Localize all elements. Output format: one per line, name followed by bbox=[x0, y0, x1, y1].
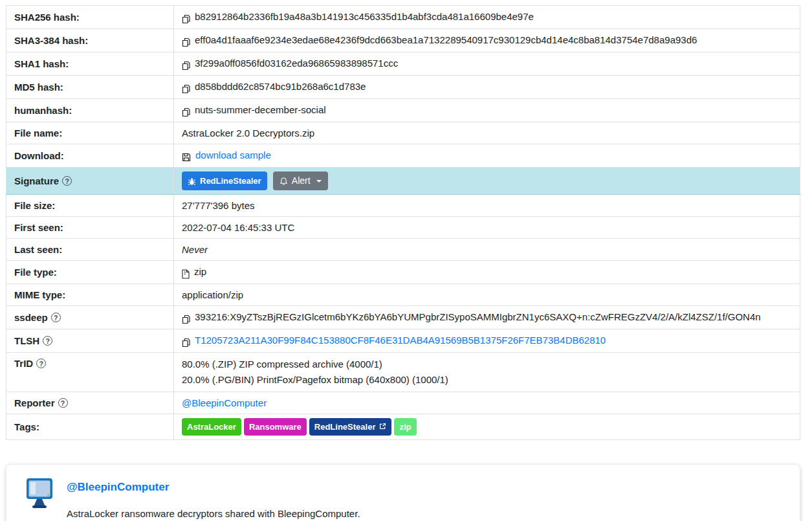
filetype-value: zip bbox=[194, 266, 206, 277]
chevron-down-icon bbox=[316, 180, 322, 183]
download-sample-link[interactable]: download sample bbox=[195, 150, 271, 161]
copy-icon[interactable] bbox=[182, 34, 190, 48]
copy-icon[interactable] bbox=[182, 11, 190, 25]
row-label: SHA256 hash: bbox=[6, 6, 174, 29]
row-value: eff0a4d1faaaf6e9234e3edae68e4236f9dcd663… bbox=[174, 29, 800, 52]
row-signature: Signature RedLineStealer Alert bbox=[6, 168, 800, 195]
bell-icon bbox=[280, 174, 288, 188]
filename-value: AstraLocker 2.0 Decryptors.zip bbox=[182, 127, 314, 139]
row-label: Last seen: bbox=[6, 239, 174, 261]
tag-redlinestealer[interactable]: RedLineStealer bbox=[309, 418, 392, 436]
row-value: 2022-07-04 16:45:33 UTC bbox=[174, 217, 800, 239]
tlsh-link[interactable]: T1205723A211A30F99F84C153880CF8F46E31DAB… bbox=[195, 335, 606, 346]
comment-text: AstraLocker ransomware decryptors shared… bbox=[67, 508, 360, 519]
zip-file-icon bbox=[182, 266, 190, 280]
row-label: Reporter bbox=[6, 392, 174, 414]
row-value: 27'777'396 bytes bbox=[174, 195, 800, 217]
row-value: 80.0% (.ZIP) ZIP compressed archive (400… bbox=[174, 353, 800, 392]
ssdeep-value: 393216:X9yZTszBjREGzIGlcetm6bYKz6bYA6bYU… bbox=[195, 311, 761, 322]
row-label: humanhash: bbox=[6, 99, 174, 122]
row-filetype: File type: zip bbox=[6, 261, 800, 284]
row-tags: Tags: AstraLockerRansomwareRedLineSteale… bbox=[6, 414, 800, 440]
alert-dropdown[interactable]: Alert bbox=[273, 172, 328, 190]
row-trid: TrID 80.0% (.ZIP) ZIP compressed archive… bbox=[6, 353, 800, 392]
row-tlsh: TLSH T1205723A211A30F99F84C153880CF8F46E… bbox=[6, 329, 800, 353]
row-lastseen: Last seen: Never bbox=[6, 239, 800, 261]
row-label: Signature bbox=[6, 168, 174, 195]
comment-body: @BleepinComputer AstraLocker ransomware … bbox=[67, 477, 360, 519]
row-firstseen: First seen: 2022-07-04 16:45:33 UTC bbox=[6, 217, 800, 239]
row-value: @BleepinComputer bbox=[174, 392, 800, 414]
help-icon[interactable] bbox=[36, 359, 46, 368]
row-sha1: SHA1 hash: 3f299a0ff0856fd03162eda968659… bbox=[6, 52, 800, 76]
help-icon[interactable] bbox=[58, 398, 68, 408]
row-humanhash: humanhash: nuts-summer-december-social bbox=[6, 99, 800, 122]
trid-line: 80.0% (.ZIP) ZIP compressed archive (400… bbox=[182, 357, 792, 372]
row-download: Download: download sample bbox=[6, 144, 800, 168]
comment-author-link[interactable]: @BleepinComputer bbox=[67, 481, 360, 494]
row-label: File name: bbox=[6, 122, 174, 144]
copy-icon[interactable] bbox=[182, 58, 190, 71]
help-icon[interactable] bbox=[51, 313, 61, 322]
avatar bbox=[23, 477, 56, 509]
row-label: File size: bbox=[6, 195, 174, 217]
copy-icon[interactable] bbox=[182, 335, 190, 348]
mimetype-value: application/zip bbox=[182, 289, 243, 300]
row-value: 393216:X9yZTszBjREGzIGlcetm6bYKz6bYA6bYU… bbox=[174, 306, 800, 329]
row-reporter: Reporter @BleepinComputer bbox=[6, 392, 800, 414]
row-label: Download: bbox=[6, 144, 174, 168]
row-label: MD5 hash: bbox=[6, 76, 174, 99]
external-link-icon bbox=[379, 420, 386, 434]
row-label: TrID bbox=[6, 353, 174, 392]
sha3-384-value: eff0a4d1faaaf6e9234e3edae68e4236f9dcd663… bbox=[195, 34, 697, 45]
row-value: Never bbox=[174, 239, 800, 261]
row-label: First seen: bbox=[6, 217, 174, 239]
humanhash-value: nuts-summer-december-social bbox=[195, 104, 326, 115]
row-value: application/zip bbox=[174, 284, 800, 306]
help-icon[interactable] bbox=[43, 336, 52, 346]
row-sha3-384: SHA3-384 hash: eff0a4d1faaaf6e9234e3edae… bbox=[6, 29, 800, 52]
comment-card: @BleepinComputer AstraLocker ransomware … bbox=[6, 464, 800, 521]
row-label: Tags: bbox=[6, 414, 174, 440]
reporter-link[interactable]: @BleepinComputer bbox=[182, 397, 267, 408]
copy-icon[interactable] bbox=[182, 81, 190, 94]
row-filename: File name: AstraLocker 2.0 Decryptors.zi… bbox=[6, 122, 800, 144]
row-value: d858bddd62c8574bc91b268a6c1d783e bbox=[174, 76, 800, 99]
row-value: AstraLockerRansomwareRedLineStealerzip bbox=[174, 414, 800, 440]
page: SHA256 hash: b82912864b2336fb19a48a3b141… bbox=[0, 0, 800, 521]
row-label: SHA1 hash: bbox=[6, 52, 174, 76]
row-label: MIME type: bbox=[6, 284, 174, 306]
row-sha256: SHA256 hash: b82912864b2336fb19a48a3b141… bbox=[6, 6, 800, 29]
row-value: download sample bbox=[174, 144, 800, 168]
tag-zip[interactable]: zip bbox=[394, 418, 416, 436]
firstseen-value: 2022-07-04 16:45:33 UTC bbox=[182, 222, 294, 233]
row-value: b82912864b2336fb19a48a3b141913c456335d1b… bbox=[174, 6, 800, 29]
lastseen-value: Never bbox=[182, 244, 208, 255]
row-label: ssdeep bbox=[6, 306, 174, 329]
help-icon[interactable] bbox=[62, 176, 72, 186]
row-value: 3f299a0ff0856fd03162eda96865983898571ccc bbox=[174, 52, 800, 76]
trid-line: 20.0% (.PG/BIN) PrintFox/Pagefox bitmap … bbox=[182, 372, 792, 388]
row-value: zip bbox=[174, 261, 800, 284]
row-ssdeep: ssdeep 393216:X9yZTszBjREGzIGlcetm6bYKz6… bbox=[6, 306, 800, 329]
copy-icon[interactable] bbox=[182, 311, 190, 325]
row-filesize: File size: 27'777'396 bytes bbox=[6, 195, 800, 217]
row-label: SHA3-384 hash: bbox=[6, 29, 174, 52]
row-value: AstraLocker 2.0 Decryptors.zip bbox=[174, 122, 800, 144]
file-info-table: SHA256 hash: b82912864b2336fb19a48a3b141… bbox=[6, 5, 800, 440]
filesize-value: 27'777'396 bytes bbox=[182, 200, 255, 211]
signature-family-badge[interactable]: RedLineStealer bbox=[182, 172, 267, 190]
computer-monitor-icon bbox=[23, 477, 56, 509]
copy-icon[interactable] bbox=[182, 104, 190, 118]
tag-ransomware[interactable]: Ransomware bbox=[244, 418, 307, 436]
row-value: nuts-summer-december-social bbox=[174, 99, 800, 122]
md5-value: d858bddd62c8574bc91b268a6c1d783e bbox=[195, 81, 366, 92]
row-label: TLSH bbox=[6, 329, 174, 353]
row-label: File type: bbox=[6, 261, 174, 284]
row-value: T1205723A211A30F99F84C153880CF8F46E31DAB… bbox=[174, 329, 800, 353]
row-mimetype: MIME type: application/zip bbox=[6, 284, 800, 306]
tag-astralocker[interactable]: AstraLocker bbox=[182, 418, 241, 436]
bug-icon bbox=[188, 174, 196, 188]
sha1-value: 3f299a0ff0856fd03162eda96865983898571ccc bbox=[195, 58, 398, 69]
floppy-disk-icon bbox=[182, 150, 191, 163]
